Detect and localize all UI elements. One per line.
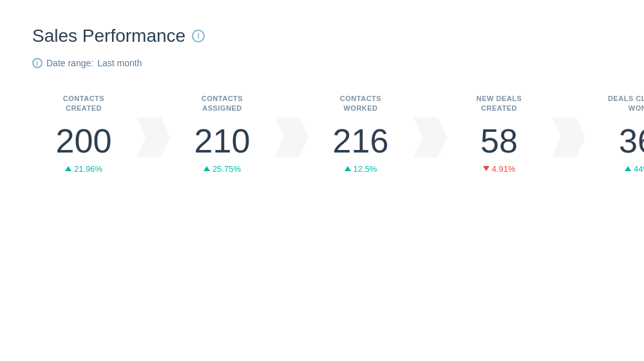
- metric-value-new-deals-created: 58: [480, 124, 518, 158]
- metric-value-contacts-created: 200: [56, 124, 112, 158]
- page-title: Sales Performance: [32, 26, 185, 46]
- metric-item-contacts-created: CONTACTSCREATED20021.96%: [32, 94, 135, 174]
- triangle-up-icon: [65, 166, 71, 171]
- metric-change-text-deals-closed-won: 44%: [634, 164, 644, 174]
- metric-change-contacts-created: 21.96%: [65, 164, 102, 174]
- metric-label-contacts-created: CONTACTSCREATED: [63, 94, 104, 114]
- metric-change-deals-closed-won: 44%: [625, 164, 644, 174]
- page-header: Sales Performance i: [32, 26, 612, 46]
- date-range-label: Date range:: [46, 58, 93, 68]
- metric-item-deals-closed-won: DEALS CLOSEDWON3644%: [586, 94, 644, 174]
- title-info-icon[interactable]: i: [192, 30, 205, 42]
- metric-change-text-new-deals-created: 4.91%: [492, 164, 516, 174]
- page-container: Sales Performance i i Date range: Last m…: [0, 0, 644, 199]
- triangle-up-icon: [625, 166, 631, 171]
- metric-change-new-deals-created: 4.91%: [483, 164, 516, 174]
- metric-item-contacts-worked: CONTACTSWORKED21612.5%: [309, 94, 412, 174]
- metrics-row: CONTACTSCREATED20021.96% CONTACTSASSIGNE…: [32, 94, 612, 174]
- metric-change-contacts-assigned: 25.75%: [204, 164, 241, 174]
- date-range-value: Last month: [97, 58, 142, 68]
- chevron-icon: [413, 117, 447, 157]
- metric-label-contacts-assigned: CONTACTSASSIGNED: [202, 94, 243, 114]
- triangle-up-icon: [204, 166, 210, 171]
- chevron-icon: [275, 117, 308, 157]
- metric-value-contacts-assigned: 210: [194, 124, 251, 158]
- metric-value-contacts-worked: 216: [333, 124, 389, 158]
- triangle-down-icon: [483, 166, 489, 171]
- chevron-icon: [137, 117, 170, 157]
- metric-change-text-contacts-assigned: 25.75%: [213, 164, 241, 174]
- metric-label-new-deals-created: NEW DEALSCREATED: [477, 94, 522, 114]
- metric-change-text-contacts-created: 21.96%: [74, 164, 102, 174]
- chevron-icon: [552, 117, 585, 157]
- metric-value-deals-closed-won: 36: [619, 124, 644, 158]
- chevron-separator-0: [135, 117, 171, 157]
- metric-change-text-contacts-worked: 12.5%: [354, 164, 377, 174]
- metric-label-deals-closed-won: DEALS CLOSEDWON: [608, 94, 644, 114]
- metric-item-new-deals-created: NEW DEALSCREATED584.91%: [448, 94, 551, 174]
- chevron-separator-3: [551, 117, 586, 157]
- date-range-bar: i Date range: Last month: [32, 58, 612, 68]
- chevron-separator-1: [274, 117, 309, 157]
- triangle-up-icon: [345, 166, 351, 171]
- metric-label-contacts-worked: CONTACTSWORKED: [340, 94, 381, 114]
- metric-change-contacts-worked: 12.5%: [345, 164, 377, 174]
- metric-item-contacts-assigned: CONTACTSASSIGNED21025.75%: [171, 94, 274, 174]
- chevron-separator-2: [412, 117, 448, 157]
- date-range-icon: i: [32, 58, 43, 68]
